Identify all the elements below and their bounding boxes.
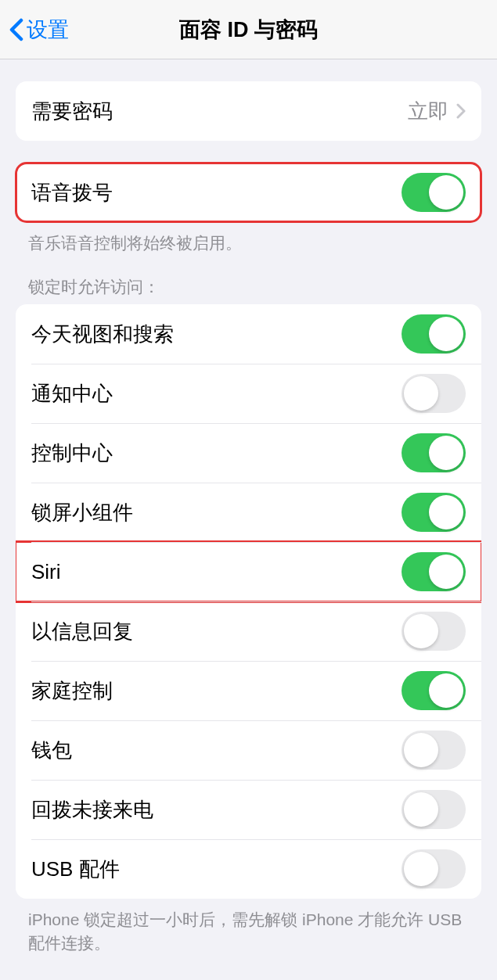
passcode-group: 需要密码 立即 [16, 81, 481, 141]
toggle-knob [404, 376, 438, 411]
lock-access-label: 家庭控制 [31, 677, 402, 705]
toggle-knob [404, 733, 438, 767]
voice-dial-group: 语音拨号 [16, 163, 481, 222]
lock-access-toggle[interactable] [402, 493, 466, 532]
lock-access-label: 通知中心 [31, 380, 402, 407]
lock-access-toggle[interactable] [402, 790, 466, 829]
lock-access-row: 今天视图和搜索 [16, 304, 481, 364]
lock-access-label: 回拨未接来电 [31, 796, 402, 824]
voice-dial-label: 语音拨号 [31, 179, 402, 206]
lock-access-row: 控制中心 [16, 423, 481, 483]
lock-access-toggle[interactable] [402, 552, 466, 591]
lock-access-row: USB 配件 [16, 839, 481, 899]
toggle-knob [404, 852, 438, 886]
back-label: 设置 [27, 16, 69, 44]
lock-access-label: 钱包 [31, 737, 402, 764]
toggle-knob [429, 436, 463, 470]
toggle-knob [404, 792, 438, 827]
navigation-bar: 设置 面容 ID 与密码 [0, 0, 497, 59]
chevron-right-icon [456, 103, 466, 119]
lock-access-toggle[interactable] [402, 612, 466, 651]
require-passcode-label: 需要密码 [31, 98, 408, 125]
lock-access-footer: iPhone 锁定超过一小时后，需先解锁 iPhone 才能允许 USB 配件连… [0, 899, 497, 954]
back-button[interactable]: 设置 [0, 16, 69, 44]
toggle-knob [429, 673, 463, 708]
lock-access-row: 回拨未接来电 [16, 780, 481, 839]
require-passcode-row[interactable]: 需要密码 立即 [16, 81, 481, 141]
voice-dial-footer: 音乐语音控制将始终被启用。 [0, 222, 497, 254]
page-title: 面容 ID 与密码 [0, 16, 497, 44]
lock-access-label: 控制中心 [31, 440, 402, 467]
toggle-knob [404, 614, 438, 648]
lock-access-toggle[interactable] [402, 849, 466, 888]
content-area: 需要密码 立即 语音拨号 音乐语音控制将始终被启用。 锁定时允许访问： 今天视图… [0, 81, 497, 954]
lock-access-toggle[interactable] [402, 731, 466, 770]
lock-access-label: 锁屏小组件 [31, 499, 402, 526]
lock-access-row: 以信息回复 [16, 601, 481, 661]
lock-access-row: 家庭控制 [16, 661, 481, 720]
lock-access-label: Siri [31, 560, 402, 584]
lock-access-row: Siri [16, 542, 481, 601]
toggle-knob [429, 555, 463, 589]
lock-access-toggle[interactable] [402, 433, 466, 472]
toggle-knob [429, 175, 463, 210]
lock-access-label: USB 配件 [31, 856, 402, 883]
lock-access-toggle[interactable] [402, 374, 466, 413]
lock-access-group: 今天视图和搜索通知中心控制中心锁屏小组件Siri以信息回复家庭控制钱包回拨未接来… [16, 304, 481, 899]
lock-access-header: 锁定时允许访问： [0, 254, 497, 304]
lock-access-row: 锁屏小组件 [16, 483, 481, 542]
lock-access-row: 钱包 [16, 720, 481, 780]
chevron-left-icon [9, 18, 23, 41]
toggle-knob [429, 317, 463, 351]
require-passcode-value: 立即 [408, 98, 448, 125]
lock-access-label: 今天视图和搜索 [31, 321, 402, 348]
lock-access-label: 以信息回复 [31, 618, 402, 645]
lock-access-row: 通知中心 [16, 364, 481, 423]
voice-dial-row: 语音拨号 [16, 163, 481, 222]
lock-access-toggle[interactable] [402, 671, 466, 710]
lock-access-toggle[interactable] [402, 314, 466, 354]
toggle-knob [429, 495, 463, 529]
voice-dial-toggle[interactable] [402, 173, 466, 212]
